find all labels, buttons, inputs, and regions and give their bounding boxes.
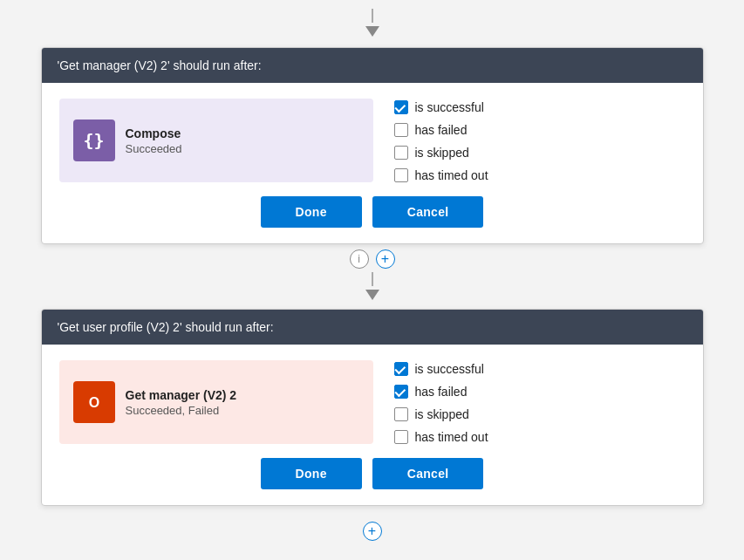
checkbox-label-4: has timed out [415,168,488,182]
arrow-head [365,26,379,37]
card2-action-item: O Get manager (V2) 2 Succeeded, Failed [59,360,373,444]
middle-connector: i + [350,249,395,269]
checkbox-label-3: is skipped [415,146,469,160]
checkbox-label-5: is successful [415,362,484,376]
checkbox-is-skipped-1[interactable]: is skipped [394,146,488,160]
compose-icon: {} [73,120,115,161]
checkbox-label-8: has timed out [415,430,488,444]
card1-action-row: {} Compose Succeeded is successful has f… [59,99,686,182]
arrow-line-2 [372,272,373,286]
checkbox-has-failed-2[interactable]: has failed [394,385,488,399]
add-step-button-bottom[interactable]: + [363,522,382,541]
checkbox-box-4[interactable] [394,168,408,182]
checkbox-box-5[interactable] [394,362,408,376]
checkbox-box-1[interactable] [394,100,408,114]
office-icon: O [73,381,115,423]
bottom-plus-symbol: + [368,523,376,539]
top-arrow-connector [365,9,379,40]
card1-body: {} Compose Succeeded is successful has f… [42,83,703,243]
card1-cancel-button[interactable]: Cancel [372,196,484,228]
card2-body: O Get manager (V2) 2 Succeeded, Failed i… [42,345,703,505]
checkbox-label-2: has failed [415,123,468,137]
arrow-head-2 [365,290,379,300]
checkbox-box-3[interactable] [394,146,408,160]
checkbox-box-2[interactable] [394,123,408,137]
add-step-button-middle[interactable]: + [376,249,395,269]
info-circle[interactable]: i [350,249,369,269]
card1-action-text: Compose Succeeded [126,126,182,155]
card1-action-name: Compose [126,126,182,140]
card2-header: 'Get user profile (V2) 2' should run aft… [42,310,703,345]
checkbox-box-6[interactable] [394,385,408,399]
checkbox-has-timed-out-1[interactable]: has timed out [394,168,488,182]
card2-checkbox-list: is successful has failed is skipped has … [394,360,488,444]
card1-action-status: Succeeded [126,142,182,155]
checkbox-label-6: has failed [415,385,468,399]
card1-action-item: {} Compose Succeeded [59,99,373,182]
checkbox-label-1: is successful [415,100,484,114]
card1-header-text: 'Get manager (V2) 2' should run after: [58,58,262,72]
card2-action-text: Get manager (V2) 2 Succeeded, Failed [126,388,237,417]
checkbox-is-successful-1[interactable]: is successful [394,100,488,114]
card2-btn-row: Done Cancel [59,458,686,489]
bottom-connector: + [363,515,382,541]
office-svg: O [83,391,106,413]
card2-action-name: Get manager (V2) 2 [126,388,237,402]
plus-symbol: + [381,251,389,267]
card2-header-text: 'Get user profile (V2) 2' should run aft… [58,320,274,334]
card1-checkbox-list: is successful has failed is skipped has … [394,99,488,182]
checkbox-is-skipped-2[interactable]: is skipped [394,407,488,421]
arrow-line [372,9,373,23]
card1-header: 'Get manager (V2) 2' should run after: [42,48,703,83]
card-get-user-profile: 'Get user profile (V2) 2' should run aft… [41,309,704,506]
checkbox-label-7: is skipped [415,407,469,421]
card1-done-button[interactable]: Done [261,196,362,228]
checkbox-has-failed-1[interactable]: has failed [394,123,488,137]
checkbox-box-7[interactable] [394,407,408,421]
checkbox-is-successful-2[interactable]: is successful [394,362,488,376]
card-get-manager: 'Get manager (V2) 2' should run after: {… [41,47,704,244]
svg-text:O: O [88,395,99,410]
info-symbol: i [358,253,360,265]
card1-btn-row: Done Cancel [59,196,686,228]
arrow-connector-2 [365,272,379,304]
card2-action-status: Succeeded, Failed [126,404,237,417]
card2-cancel-button[interactable]: Cancel [372,458,484,489]
checkbox-has-timed-out-2[interactable]: has timed out [394,430,488,444]
checkbox-box-8[interactable] [394,430,408,444]
card2-done-button[interactable]: Done [261,458,362,489]
card2-action-row: O Get manager (V2) 2 Succeeded, Failed i… [59,360,686,444]
